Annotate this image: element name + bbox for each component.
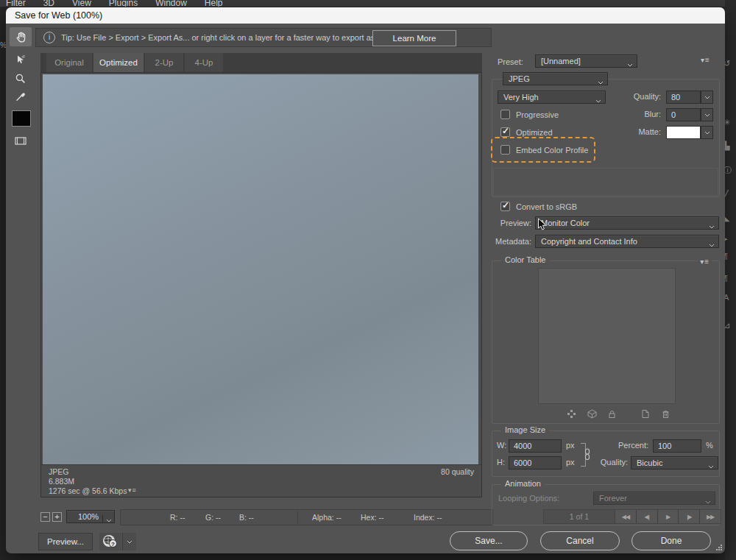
resize-grip[interactable]	[715, 544, 723, 551]
hand-tool-button[interactable]	[10, 27, 32, 46]
view-tabs: Original Optimized 2-Up 4-Up	[40, 53, 482, 72]
chevron-down-icon	[127, 540, 132, 544]
index-value: --	[437, 513, 442, 522]
frame-counter: 1 of 1	[544, 510, 615, 523]
done-button[interactable]: Done	[631, 531, 711, 550]
quality-slider-button[interactable]	[701, 91, 713, 104]
color-table-title: Color Table	[501, 255, 549, 264]
preset-panel-menu-icon[interactable]: ▾≡	[701, 56, 710, 64]
new-color-icon[interactable]	[640, 408, 651, 419]
resample-quality-value: Bicubic	[637, 458, 662, 467]
zoom-level-value: 100%	[78, 512, 99, 521]
metadata-value: Copyright and Contact Info	[541, 237, 637, 246]
metadata-select[interactable]: Copyright and Contact Info	[535, 235, 719, 248]
menu-bar: Filter 3D View Plugins Window Help	[0, 0, 736, 7]
matte-color-swatch[interactable]	[666, 126, 701, 139]
browser-select-dropdown[interactable]	[122, 533, 136, 550]
zoom-level-select[interactable]: 100%	[66, 510, 115, 523]
blur-slider-button[interactable]	[701, 108, 713, 121]
history-icon[interactable]: ↺	[725, 59, 730, 68]
menu-plugins[interactable]: Plugins	[109, 0, 138, 7]
matte-select-button[interactable]	[701, 126, 713, 139]
blur-input[interactable]: 0	[666, 108, 701, 121]
tab-optimized[interactable]: Optimized	[93, 53, 144, 72]
navigator-icon[interactable]: ✳	[725, 118, 730, 127]
learn-more-button[interactable]: Learn More	[372, 30, 456, 46]
paragraph-panel-icon[interactable]: ¶	[725, 252, 728, 260]
histogram-icon[interactable]: ▙	[725, 141, 729, 151]
dialog-title: Save for Web (100%)	[15, 10, 102, 21]
styles-panel-icon[interactable]: ▸	[725, 234, 728, 244]
zoom-out-button[interactable]: −	[40, 512, 50, 522]
previous-frame-button[interactable]: ◀|	[636, 510, 657, 523]
slice-select-tool-button[interactable]	[10, 50, 32, 69]
browser-preview-icon-button[interactable]: ?	[99, 533, 121, 550]
status-download-time: 1276 sec @ 56.6 Kbps	[49, 486, 127, 495]
status-quality: 80 quality	[441, 467, 474, 476]
matte-label: Matte:	[587, 127, 661, 136]
preview-status-bar: JPEG 80 quality 6.883M 1276 sec @ 56.6 K…	[41, 464, 481, 497]
tab-4up[interactable]: 4-Up	[185, 53, 223, 72]
dialog-titlebar[interactable]: Save for Web (100%)	[6, 7, 725, 24]
slice-select-icon	[15, 54, 26, 65]
percent-input[interactable]: 100	[653, 439, 701, 453]
readout-divider	[297, 511, 298, 523]
globe-question-icon: ?	[102, 534, 118, 549]
swatches-panel-icon[interactable]: ◣	[725, 213, 729, 223]
glyphs-panel-icon[interactable]: ¶	[725, 274, 728, 283]
optimized-checkbox[interactable]	[500, 127, 510, 137]
zoom-in-button[interactable]: +	[52, 512, 62, 522]
play-button[interactable]: ▶	[657, 510, 679, 523]
preview-image[interactable]	[43, 74, 478, 464]
preview-mode-select[interactable]: Monitor Color	[535, 216, 719, 230]
screen: Filter 3D View Plugins Window Help % ↺ ✳…	[0, 0, 736, 560]
compression-value: Very High	[503, 93, 539, 102]
menu-window[interactable]: Window	[155, 0, 187, 7]
hand-icon	[15, 31, 27, 43]
zoom-tool-button[interactable]	[10, 69, 32, 88]
chevron-down-icon	[102, 515, 112, 523]
hex-label: Hex:	[361, 513, 377, 522]
preview-label: Preview:	[490, 219, 531, 227]
web-shift-icon[interactable]	[566, 408, 577, 419]
looping-options-select[interactable]: Forever	[593, 492, 715, 505]
delete-color-icon[interactable]	[660, 408, 671, 419]
height-input[interactable]: 6000	[509, 456, 562, 469]
info-panel-icon[interactable]: ⓘ	[725, 165, 732, 176]
lock-color-icon[interactable]	[606, 408, 618, 419]
color-table-menu-icon[interactable]: ▾≡	[698, 258, 712, 266]
embed-color-profile-checkbox[interactable]	[500, 145, 510, 155]
width-input[interactable]: 4000	[509, 439, 562, 453]
looping-value: Forever	[599, 494, 627, 503]
preset-select[interactable]: [Unnamed]	[535, 54, 637, 68]
eyedropper-tool-button[interactable]	[10, 87, 32, 106]
resample-quality-select[interactable]: Bicubic	[631, 456, 718, 469]
progressive-checkbox[interactable]	[500, 110, 510, 119]
cancel-button[interactable]: Cancel	[540, 531, 620, 550]
next-frame-button[interactable]: |▶	[678, 510, 699, 523]
format-select[interactable]: JPEG	[503, 72, 608, 85]
toggle-slices-visibility-button[interactable]	[10, 131, 32, 150]
eyedropper-color-swatch[interactable]	[12, 110, 31, 127]
status-menu-icon[interactable]: ▾≡	[128, 486, 137, 494]
last-frame-button[interactable]: ▶▶	[699, 510, 721, 523]
first-frame-button[interactable]: ◀◀	[615, 510, 636, 523]
properties-panel-icon[interactable]: ⊿	[725, 321, 730, 330]
menu-3d[interactable]: 3D	[43, 0, 54, 7]
quality-input[interactable]: 80	[666, 91, 701, 104]
character-panel-icon[interactable]: A	[725, 293, 729, 302]
convert-to-srgb-checkbox[interactable]	[500, 202, 510, 211]
web-palette-cube-icon[interactable]	[587, 408, 598, 419]
looping-options-label: Looping Options:	[498, 494, 559, 503]
slices-visibility-icon	[14, 135, 27, 146]
menu-filter[interactable]: Filter	[6, 0, 26, 7]
tab-2up[interactable]: 2-Up	[145, 53, 183, 72]
menu-view[interactable]: View	[72, 0, 91, 7]
save-button[interactable]: Save...	[450, 531, 528, 550]
alpha-value: --	[336, 513, 342, 522]
tab-original[interactable]: Original	[46, 53, 92, 72]
brush-panel-icon[interactable]: ╱	[725, 190, 729, 199]
preview-in-browser-button[interactable]: Preview...	[38, 533, 93, 550]
menu-help[interactable]: Help	[205, 0, 223, 7]
color-table-swatches[interactable]	[538, 268, 676, 404]
